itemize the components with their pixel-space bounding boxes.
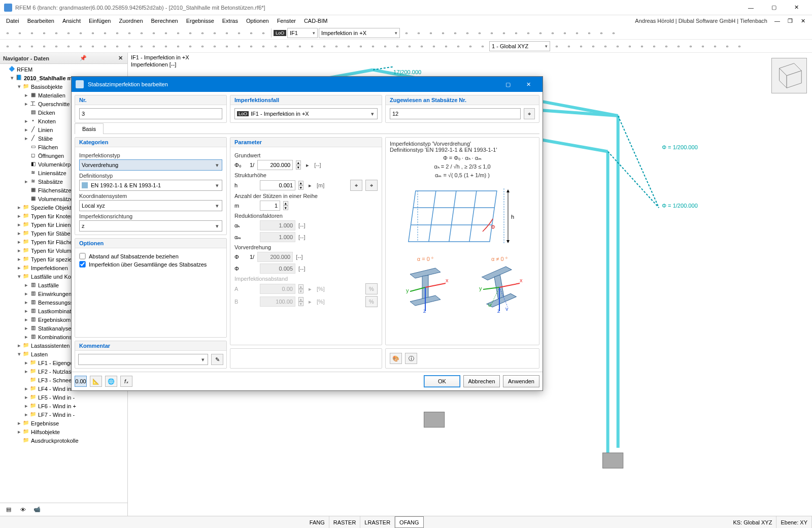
m-input[interactable] [260, 201, 280, 211]
phi0-spin-down[interactable]: ▾ [296, 165, 301, 170]
toolbar1-btn-r5[interactable]: ▫ [462, 27, 473, 39]
toolbar1-btn-r10[interactable]: ▫ [523, 27, 534, 39]
toolbar1-btn-r9[interactable]: ▫ [511, 27, 522, 39]
toolbar2-btn-r1[interactable]: ▫ [563, 41, 574, 52]
toolbar2-btn-15[interactable]: ▫ [185, 41, 196, 52]
toolbar2-btn-r8[interactable]: ▫ [649, 41, 660, 52]
kommentar-edit-icon[interactable]: ✎ [211, 354, 223, 365]
toolbar2-btn-38[interactable]: ▫ [465, 41, 476, 52]
toolbar1-btn-18[interactable]: ▫ [221, 27, 232, 39]
toolbar2-btn-7[interactable]: ▫ [87, 41, 98, 52]
toolbar2-btn-r13[interactable]: ▫ [709, 41, 721, 52]
close-button[interactable]: ✕ [785, 1, 808, 15]
toolbar-combo-cs[interactable]: 1 - Global XYZ [489, 41, 550, 51]
toolbar1-btn-14[interactable]: ▫ [173, 27, 184, 39]
status-raster[interactable]: RASTER [329, 516, 361, 528]
toolbar1-btn-r0[interactable]: ▫ [401, 27, 412, 39]
doc-restore-button[interactable]: ❐ [784, 17, 797, 25]
toolbar2-btn-r6[interactable]: ▫ [624, 41, 635, 52]
toolbar2-btn-19[interactable]: ▫ [233, 41, 245, 52]
toolbar1-btn-9[interactable]: ▫ [112, 27, 123, 39]
nr-input[interactable] [79, 108, 222, 119]
toolbar2-btn-24[interactable]: ▫ [294, 41, 306, 52]
toolbar1-btn-10[interactable]: ▫ [124, 27, 135, 39]
toolbar2-btn-26[interactable]: ▫ [319, 41, 330, 52]
tree-hilfsobjekte[interactable]: ▸📁Hilfsobjekte [0, 427, 127, 436]
toolbar2-btn-33[interactable]: ▫ [404, 41, 415, 52]
navigator-tab-data-icon[interactable]: ▤ [3, 504, 14, 515]
toolbar1-btn-0[interactable]: ▫ [2, 27, 13, 39]
toolbar2-btn-23[interactable]: ▫ [282, 41, 293, 52]
tree-lf6[interactable]: ▸📁LF6 - Wind in + [0, 402, 127, 410]
toolbar2-btn-r4[interactable]: ▫ [600, 41, 611, 52]
toolbar2-btn-1[interactable]: ▫ [14, 41, 25, 52]
toolbar1-btn-r14[interactable]: ▫ [571, 27, 583, 39]
pick-members-icon[interactable]: ⌖ [524, 108, 535, 119]
toolbar2-btn-37[interactable]: ▫ [453, 41, 464, 52]
doc-minimize-button[interactable]: — [770, 17, 784, 25]
menu-ansicht[interactable]: Ansicht [58, 17, 85, 25]
toolbar2-btn-27[interactable]: ▫ [331, 41, 342, 52]
menu-einfuegen[interactable]: Einfügen [85, 17, 115, 25]
toolbar2-btn-r12[interactable]: ▫ [697, 41, 708, 52]
maximize-button[interactable]: ▢ [762, 1, 785, 15]
toolbar2-btn-2[interactable]: ▫ [26, 41, 38, 52]
menu-extras[interactable]: Extras [218, 17, 242, 25]
toolbar2-btn-21[interactable]: ▫ [258, 41, 269, 52]
toolbar1-btn-r11[interactable]: ▫ [535, 27, 546, 39]
dialog-maximize-button[interactable]: ▢ [498, 77, 518, 91]
toolbar1-btn-2[interactable]: ▫ [26, 27, 38, 39]
toolbar1-btn-r7[interactable]: ▫ [486, 27, 497, 39]
doc-close-button[interactable]: ✕ [797, 17, 810, 25]
toolbar1-btn-8[interactable]: ▫ [99, 27, 111, 39]
phi0-step-icon[interactable]: ▸ [304, 162, 311, 169]
imperfektionstyp-combo[interactable]: Vorverdrehung [79, 159, 222, 171]
toolbar2-btn-r0[interactable]: ▫ [551, 41, 562, 52]
toolbar1-btn-20[interactable]: ▫ [246, 27, 257, 39]
toolbar2-btn-11[interactable]: ▫ [136, 41, 147, 52]
toolbar1-btn-r17[interactable]: ▫ [608, 27, 619, 39]
impfall-combo[interactable]: LoO IF1 - Imperfektion in +X [234, 108, 378, 119]
toolbar2-btn-r7[interactable]: ▫ [636, 41, 648, 52]
menu-berechnen[interactable]: Berechnen [147, 17, 182, 25]
menu-fenster[interactable]: Fenster [273, 17, 300, 25]
menu-optionen[interactable]: Optionen [242, 17, 273, 25]
h-step-icon[interactable]: ▸ [307, 182, 314, 189]
toolbar2-btn-r11[interactable]: ▫ [685, 41, 696, 52]
calc-icon[interactable]: 📐 [90, 376, 102, 387]
tool-color-icon[interactable]: 🎨 [390, 353, 402, 364]
zugewiesen-input[interactable] [390, 108, 521, 119]
toolbar2-btn-16[interactable]: ▫ [197, 41, 208, 52]
toolbar2-btn-12[interactable]: ▫ [148, 41, 159, 52]
checkbox-abstand[interactable]: Abstand auf Stabsatzende beziehen [79, 253, 222, 259]
status-lraster[interactable]: LRASTER [360, 516, 395, 528]
menu-zuordnen[interactable]: Zuordnen [115, 17, 147, 25]
toolbar2-btn-14[interactable]: ▫ [173, 41, 184, 52]
menu-bearbeiten[interactable]: Bearbeiten [23, 17, 58, 25]
toolbar1-btn-3[interactable]: ▫ [39, 27, 50, 39]
koordinatensystem-combo[interactable]: Local xyz [79, 200, 222, 211]
h-input[interactable] [260, 180, 295, 190]
toolbar2-btn-32[interactable]: ▫ [392, 41, 403, 52]
globe-icon[interactable]: 🌐 [105, 376, 117, 387]
menu-ergebnisse[interactable]: Ergebnisse [182, 17, 218, 25]
toolbar1-btn-19[interactable]: ▫ [233, 27, 245, 39]
m-spin-down[interactable]: ▾ [283, 206, 288, 210]
toolbar2-btn-17[interactable]: ▫ [209, 41, 220, 52]
toolbar2-btn-36[interactable]: ▫ [441, 41, 452, 52]
tree-lf7[interactable]: ▸📁LF7 - Wind in - [0, 410, 127, 419]
toolbar2-btn-r2[interactable]: ▫ [576, 41, 587, 52]
h-spin-down[interactable]: ▾ [298, 185, 303, 190]
kommentar-combo[interactable] [78, 354, 208, 365]
toolbar1-btn-4[interactable]: ▫ [51, 27, 62, 39]
toolbar2-btn-r10[interactable]: ▫ [673, 41, 684, 52]
toolbar2-btn-18[interactable]: ▫ [221, 41, 232, 52]
toolbar2-btn-25[interactable]: ▫ [307, 41, 318, 52]
toolbar2-btn-31[interactable]: ▫ [380, 41, 391, 52]
toolbar2-btn-r9[interactable]: ▫ [661, 41, 672, 52]
status-ofang[interactable]: OFANG [395, 516, 424, 528]
dialog-close-button[interactable]: ✕ [518, 77, 538, 91]
phi0-spin-up[interactable]: ▴ [296, 160, 301, 165]
toolbar1-btn-13[interactable]: ▫ [160, 27, 172, 39]
definitionstyp-combo[interactable]: EN 1992-1-1 & EN 1993-1-1 [79, 180, 222, 191]
